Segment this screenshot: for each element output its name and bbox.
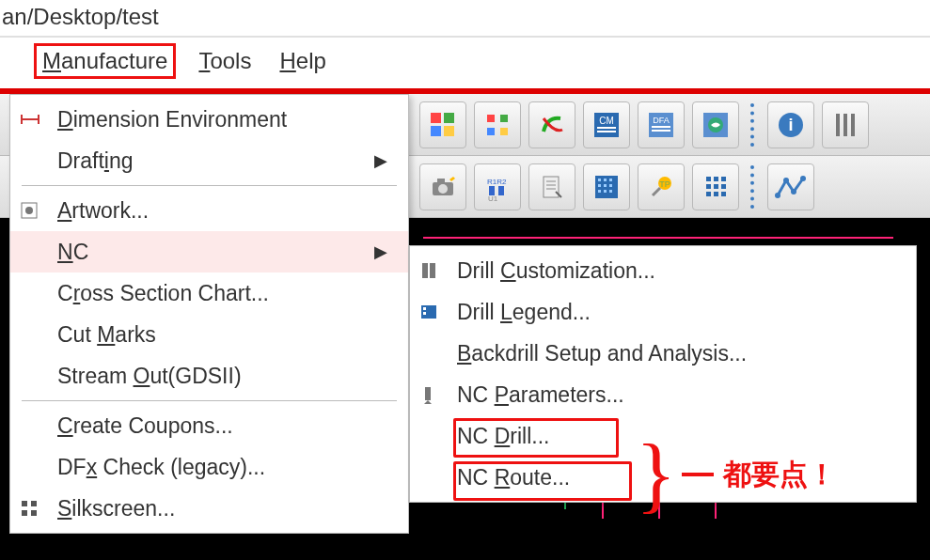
manufacture-menu: Dimension Environment Drafting ▶ Artwork…	[9, 94, 409, 534]
svg-rect-73	[425, 387, 431, 400]
svg-rect-10	[597, 127, 616, 129]
svg-text:CM: CM	[599, 116, 614, 126]
menu-artwork[interactable]: Artwork...	[10, 190, 408, 231]
svg-rect-49	[706, 184, 711, 189]
menu-separator	[22, 185, 397, 186]
annotation: } 都要点！	[636, 442, 836, 507]
svg-rect-36	[604, 179, 607, 181]
title-bar: an/Desktop/test	[0, 0, 930, 38]
svg-rect-51	[721, 184, 726, 189]
svg-text:i: i	[788, 116, 793, 134]
svg-rect-53	[714, 192, 718, 196]
menu-drafting[interactable]: Drafting ▶	[10, 140, 408, 181]
svg-text:U1: U1	[488, 194, 498, 201]
menu-manufacture[interactable]: Manufacture	[34, 43, 176, 79]
svg-rect-43	[609, 190, 612, 193]
submenu-arrow-icon: ▶	[374, 150, 391, 171]
svg-rect-37	[609, 179, 612, 181]
menu-silkscreen[interactable]: Silkscreen...	[10, 488, 408, 529]
svg-rect-20	[836, 114, 840, 136]
menu-drill-customization[interactable]: Drill Customization...	[410, 250, 916, 291]
menu-cut-marks[interactable]: Cut Marks	[10, 314, 408, 355]
svg-rect-15	[652, 130, 670, 132]
menu-help[interactable]: Help	[274, 46, 331, 76]
toolbar-separator	[750, 103, 756, 147]
menu-bar: Manufacture Tools Help	[0, 38, 930, 88]
drill-legend-icon	[419, 303, 448, 321]
toolbar-button[interactable]	[767, 163, 814, 210]
silkscreen-icon	[20, 499, 48, 518]
svg-rect-2	[431, 126, 441, 136]
toolbar-button[interactable]	[822, 101, 869, 148]
svg-point-24	[438, 184, 448, 194]
svg-rect-66	[22, 510, 27, 516]
menu-tools[interactable]: Tools	[193, 46, 257, 76]
svg-point-58	[800, 176, 806, 181]
toolbar-button[interactable]: CM	[583, 101, 630, 148]
toolbar-button[interactable]: DFA	[638, 101, 685, 148]
svg-rect-64	[22, 501, 27, 506]
svg-rect-65	[31, 501, 37, 506]
info-button[interactable]: i	[767, 101, 814, 148]
svg-rect-35	[598, 179, 601, 181]
svg-rect-48	[721, 177, 726, 181]
svg-rect-47	[714, 177, 718, 181]
svg-rect-14	[652, 126, 670, 128]
menu-drill-legend[interactable]: Drill Legend...	[410, 291, 916, 333]
dash-icon	[682, 473, 714, 476]
brace-icon: }	[636, 442, 676, 507]
svg-rect-1	[444, 113, 454, 123]
menu-create-coupons[interactable]: Create Coupons...	[10, 405, 408, 446]
menu-cross-section[interactable]: Cross Section Chart...	[10, 272, 408, 314]
toolbar-button[interactable]	[528, 163, 575, 210]
highlight-nc-drill	[453, 418, 619, 458]
svg-rect-38	[598, 184, 601, 187]
svg-rect-6	[487, 128, 495, 135]
svg-rect-0	[431, 113, 441, 123]
highlight-nc-route	[453, 461, 632, 501]
svg-rect-4	[487, 115, 495, 122]
toolbar-button[interactable]	[528, 101, 575, 148]
camera-button[interactable]	[419, 163, 466, 210]
svg-rect-25	[437, 179, 445, 183]
svg-rect-7	[500, 128, 508, 135]
svg-rect-46	[706, 177, 711, 181]
svg-rect-30	[544, 177, 559, 197]
svg-rect-28	[498, 186, 504, 195]
menu-separator	[22, 400, 397, 401]
menu-stream-out[interactable]: Stream Out(GDSII)	[10, 355, 408, 397]
svg-rect-40	[609, 184, 612, 187]
artwork-icon	[20, 201, 48, 220]
toolbar-button[interactable]	[692, 101, 739, 148]
svg-text:DFA: DFA	[653, 116, 670, 125]
toolbar-button[interactable]: R1R2U1	[474, 163, 521, 210]
toolbar-button[interactable]	[474, 101, 521, 148]
dimension-icon	[20, 113, 48, 126]
svg-rect-69	[430, 263, 435, 278]
svg-point-56	[783, 178, 789, 183]
submenu-arrow-icon: ▶	[374, 241, 391, 262]
svg-rect-21	[843, 114, 847, 136]
toolbar-separator	[750, 165, 756, 209]
svg-marker-74	[424, 400, 432, 404]
toolbar-button[interactable]	[419, 101, 466, 148]
svg-rect-52	[706, 192, 711, 196]
menu-dfx-check[interactable]: DFx Check (legacy)...	[10, 446, 408, 488]
toolbar-button[interactable]: TP	[638, 163, 685, 210]
svg-rect-11	[597, 131, 616, 132]
menu-backdrill[interactable]: Backdrill Setup and Analysis...	[410, 333, 916, 374]
toolbar-button[interactable]	[692, 163, 739, 210]
svg-rect-5	[500, 115, 508, 122]
svg-text:R1R2: R1R2	[487, 178, 507, 186]
svg-rect-72	[423, 312, 426, 315]
svg-rect-3	[444, 126, 454, 136]
svg-rect-41	[598, 190, 601, 193]
svg-rect-39	[604, 184, 607, 187]
menu-nc[interactable]: NC ▶	[10, 231, 408, 272]
toolbar-button[interactable]	[583, 163, 630, 210]
menu-nc-parameters[interactable]: NC Parameters...	[410, 374, 916, 415]
svg-rect-54	[721, 192, 726, 196]
menu-dimension-environment[interactable]: Dimension Environment	[10, 99, 408, 140]
svg-point-63	[25, 207, 33, 214]
svg-point-55	[775, 193, 780, 198]
